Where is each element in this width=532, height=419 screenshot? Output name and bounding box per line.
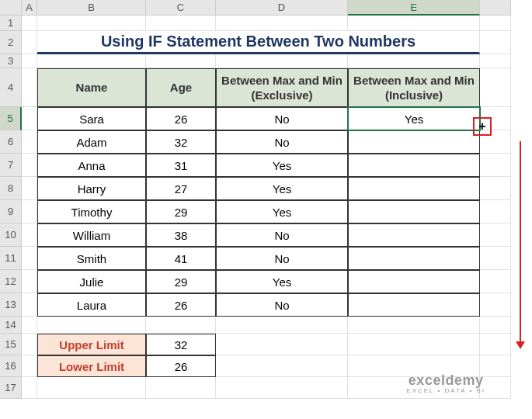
- cell-c3[interactable]: [146, 54, 216, 68]
- cell-a3[interactable]: [22, 54, 37, 68]
- cell-exclusive-7[interactable]: Yes: [216, 154, 348, 177]
- select-all-corner[interactable]: [0, 0, 22, 16]
- header-exclusive[interactable]: Between Max and Min (Exclusive): [216, 68, 348, 107]
- row-header-11[interactable]: 11: [0, 247, 22, 270]
- cell-age-7[interactable]: 31: [146, 154, 216, 177]
- cell-age-10[interactable]: 38: [146, 223, 216, 247]
- cell-exclusive-12[interactable]: Yes: [216, 270, 348, 293]
- cell-inclusive-9[interactable]: [348, 200, 480, 223]
- cell-age-11[interactable]: 41: [146, 247, 216, 270]
- cell-age-5[interactable]: 26: [146, 107, 216, 130]
- cell-f15[interactable]: [480, 334, 511, 355]
- cell-inclusive-5[interactable]: Yes +: [348, 107, 480, 130]
- cell-inclusive-8[interactable]: [348, 177, 480, 200]
- cell-c14[interactable]: [146, 317, 216, 334]
- cell-f13[interactable]: [480, 293, 511, 317]
- cell-e3[interactable]: [348, 54, 480, 68]
- cell-exclusive-6[interactable]: No: [216, 130, 348, 154]
- cell-b1[interactable]: [37, 16, 146, 31]
- cell-a11[interactable]: [22, 247, 37, 270]
- cell-c1[interactable]: [146, 16, 216, 31]
- cell-d16[interactable]: [216, 355, 348, 377]
- cell-f8[interactable]: [480, 177, 511, 200]
- cell-a12[interactable]: [22, 270, 37, 293]
- cell-a16[interactable]: [22, 355, 37, 377]
- cell-f10[interactable]: [480, 223, 511, 247]
- row-header-13[interactable]: 13: [0, 293, 22, 317]
- cell-f1[interactable]: [480, 16, 511, 31]
- cell-f12[interactable]: [480, 270, 511, 293]
- row-header-9[interactable]: 9: [0, 200, 22, 223]
- cell-exclusive-13[interactable]: No: [216, 293, 348, 317]
- col-header-e[interactable]: E: [348, 0, 480, 16]
- cell-age-9[interactable]: 29: [146, 200, 216, 223]
- cell-inclusive-7[interactable]: [348, 154, 480, 177]
- row-header-10[interactable]: 10: [0, 223, 22, 247]
- row-header-4[interactable]: 4: [0, 68, 22, 107]
- row-header-7[interactable]: 7: [0, 154, 22, 177]
- cell-b14[interactable]: [37, 317, 146, 334]
- cell-f7[interactable]: [480, 154, 511, 177]
- cell-a7[interactable]: [22, 154, 37, 177]
- cell-c17[interactable]: [146, 377, 216, 399]
- cell-exclusive-5[interactable]: No: [216, 107, 348, 130]
- cell-exclusive-10[interactable]: No: [216, 223, 348, 247]
- cell-b17[interactable]: [37, 377, 146, 399]
- cell-inclusive-10[interactable]: [348, 223, 480, 247]
- row-header-5[interactable]: 5: [0, 107, 22, 130]
- cell-name-12[interactable]: Julie: [37, 270, 146, 293]
- cell-name-7[interactable]: Anna: [37, 154, 146, 177]
- cell-age-6[interactable]: 32: [146, 130, 216, 154]
- header-inclusive[interactable]: Between Max and Min (Inclusive): [348, 68, 480, 107]
- row-header-15[interactable]: 15: [0, 334, 22, 355]
- row-header-14[interactable]: 14: [0, 317, 22, 334]
- cell-f9[interactable]: [480, 200, 511, 223]
- cell-inclusive-6[interactable]: [348, 130, 480, 154]
- cell-a1[interactable]: [22, 16, 37, 31]
- header-name[interactable]: Name: [37, 68, 146, 107]
- cell-d3[interactable]: [216, 54, 348, 68]
- cell-name-11[interactable]: Smith: [37, 247, 146, 270]
- cell-e14[interactable]: [348, 317, 480, 334]
- cell-f4[interactable]: [480, 68, 511, 107]
- title-cell[interactable]: Using IF Statement Between Two Numbers: [37, 31, 480, 54]
- cell-e1[interactable]: [348, 16, 480, 31]
- lower-limit-label[interactable]: Lower Limit: [37, 355, 146, 377]
- row-header-2[interactable]: 2: [0, 31, 22, 54]
- cell-f14[interactable]: [480, 317, 511, 334]
- cell-age-13[interactable]: 26: [146, 293, 216, 317]
- cell-a6[interactable]: [22, 130, 37, 154]
- row-header-16[interactable]: 16: [0, 355, 22, 377]
- row-header-1[interactable]: 1: [0, 16, 22, 31]
- row-header-6[interactable]: 6: [0, 130, 22, 154]
- col-header-a[interactable]: A: [22, 0, 37, 16]
- row-header-12[interactable]: 12: [0, 270, 22, 293]
- cell-a8[interactable]: [22, 177, 37, 200]
- cell-inclusive-11[interactable]: [348, 247, 480, 270]
- col-header-d[interactable]: D: [216, 0, 348, 16]
- cell-a4[interactable]: [22, 68, 37, 107]
- cell-name-5[interactable]: Sara: [37, 107, 146, 130]
- cell-a9[interactable]: [22, 200, 37, 223]
- cell-name-8[interactable]: Harry: [37, 177, 146, 200]
- cell-f3[interactable]: [480, 54, 511, 68]
- cell-name-6[interactable]: Adam: [37, 130, 146, 154]
- row-header-8[interactable]: 8: [0, 177, 22, 200]
- col-header-f[interactable]: [480, 0, 511, 16]
- cell-a13[interactable]: [22, 293, 37, 317]
- cell-b3[interactable]: [37, 54, 146, 68]
- cell-exclusive-11[interactable]: No: [216, 247, 348, 270]
- cell-f11[interactable]: [480, 247, 511, 270]
- upper-limit-value[interactable]: 32: [146, 334, 216, 355]
- spreadsheet-grid[interactable]: A B C D E 1 2 Using IF Statement Between…: [0, 0, 532, 399]
- row-header-17[interactable]: 17: [0, 377, 22, 399]
- cell-age-8[interactable]: 27: [146, 177, 216, 200]
- cell-f5[interactable]: [480, 107, 511, 130]
- cell-a10[interactable]: [22, 223, 37, 247]
- cell-d15[interactable]: [216, 334, 348, 355]
- cell-f2[interactable]: [480, 31, 511, 54]
- cell-age-12[interactable]: 29: [146, 270, 216, 293]
- cell-a17[interactable]: [22, 377, 37, 399]
- cell-e15[interactable]: [348, 334, 480, 355]
- lower-limit-value[interactable]: 26: [146, 355, 216, 377]
